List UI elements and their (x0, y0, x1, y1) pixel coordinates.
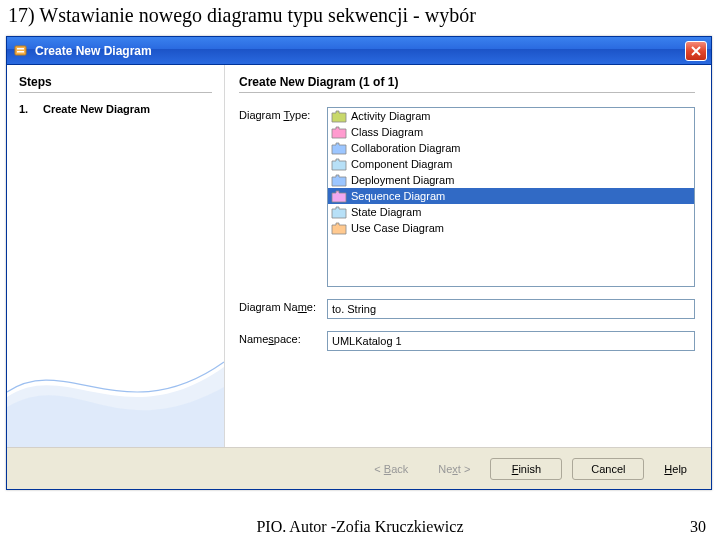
diagram-type-option[interactable]: Deployment Diagram (328, 172, 694, 188)
diagram-type-label: Collaboration Diagram (351, 142, 460, 154)
footer-author: PIO. Autor -Zofia Kruczkiewicz (60, 518, 660, 536)
diagram-type-label: Class Diagram (351, 126, 423, 138)
diagram-type-label: Activity Diagram (351, 110, 430, 122)
diagram-type-icon (331, 173, 347, 187)
decorative-wave (7, 257, 224, 447)
diagram-name-label: Diagram Name: (239, 299, 327, 313)
main-panel: Create New Diagram (1 of 1) Diagram Type… (225, 65, 711, 447)
diagram-type-icon (331, 205, 347, 219)
dialog-window: Create New Diagram Steps 1. Create New D… (6, 36, 712, 490)
step-label: Create New Diagram (43, 103, 150, 115)
diagram-type-option[interactable]: Class Diagram (328, 124, 694, 140)
diagram-type-icon (331, 125, 347, 139)
page-heading: Create New Diagram (1 of 1) (239, 75, 695, 93)
namespace-input[interactable] (327, 331, 695, 351)
diagram-type-option[interactable]: Activity Diagram (328, 108, 694, 124)
back-button[interactable]: < Back (364, 458, 418, 480)
diagram-type-label: Use Case Diagram (351, 222, 444, 234)
diagram-name-input[interactable] (327, 299, 695, 319)
close-button[interactable] (685, 41, 707, 61)
help-button[interactable]: Help (654, 458, 697, 480)
dialog-body: Steps 1. Create New Diagram Create New D… (7, 65, 711, 447)
diagram-type-label: Component Diagram (351, 158, 453, 170)
diagram-type-option[interactable]: Collaboration Diagram (328, 140, 694, 156)
diagram-type-label: Sequence Diagram (351, 190, 445, 202)
diagram-type-icon (331, 157, 347, 171)
next-button[interactable]: Next > (428, 458, 480, 480)
steps-heading: Steps (19, 75, 212, 93)
cancel-button[interactable]: Cancel (572, 458, 644, 480)
svg-rect-0 (15, 46, 26, 55)
svg-rect-1 (17, 48, 24, 50)
diagram-type-label: Deployment Diagram (351, 174, 454, 186)
diagram-type-option[interactable]: Sequence Diagram (328, 188, 694, 204)
diagram-type-listbox[interactable]: Activity DiagramClass DiagramCollaborati… (327, 107, 695, 287)
footer-page-number: 30 (660, 518, 720, 536)
svg-rect-2 (17, 51, 24, 53)
diagram-type-label: State Diagram (351, 206, 421, 218)
diagram-type-icon (331, 221, 347, 235)
finish-button[interactable]: Finish (490, 458, 562, 480)
diagram-type-option[interactable]: State Diagram (328, 204, 694, 220)
diagram-type-icon (331, 109, 347, 123)
diagram-type-label: Diagram Type: (239, 107, 327, 121)
diagram-type-icon (331, 189, 347, 203)
step-number: 1. (19, 103, 33, 115)
steps-panel: Steps 1. Create New Diagram (7, 65, 225, 447)
diagram-name-row: Diagram Name: (239, 299, 695, 319)
slide-title: 17) Wstawianie nowego diagramu typu sekw… (0, 0, 720, 33)
window-title: Create New Diagram (35, 44, 685, 58)
step-row: 1. Create New Diagram (19, 103, 212, 115)
diagram-type-option[interactable]: Component Diagram (328, 156, 694, 172)
diagram-type-row: Diagram Type: Activity DiagramClass Diag… (239, 107, 695, 287)
slide-footer: PIO. Autor -Zofia Kruczkiewicz 30 (0, 518, 720, 536)
namespace-row: Namespace: (239, 331, 695, 351)
diagram-type-icon (331, 141, 347, 155)
titlebar: Create New Diagram (7, 37, 711, 65)
namespace-label: Namespace: (239, 331, 327, 345)
app-icon (13, 43, 29, 59)
diagram-type-option[interactable]: Use Case Diagram (328, 220, 694, 236)
button-bar: < Back Next > Finish Cancel Help (7, 447, 711, 489)
